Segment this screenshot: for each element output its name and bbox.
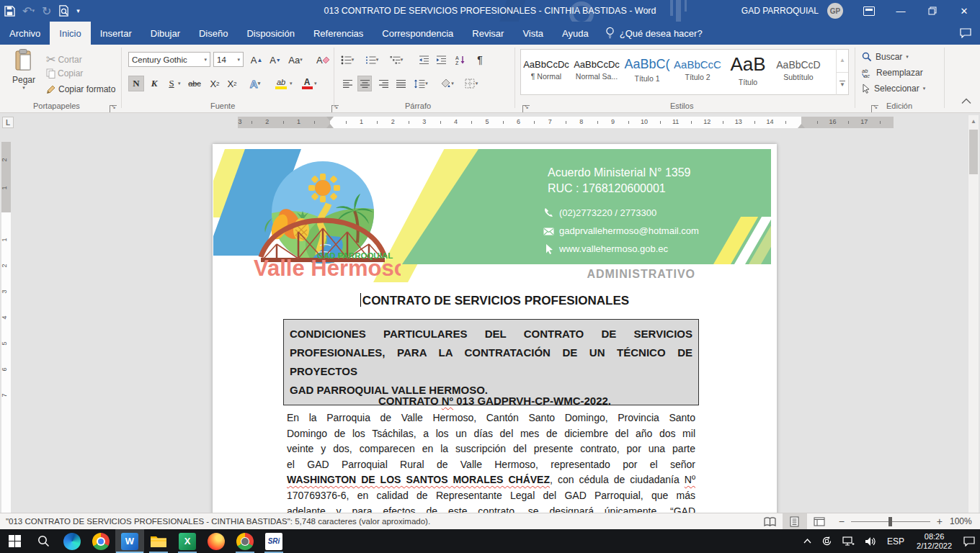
find-button[interactable]: Buscar▾ (862, 52, 909, 62)
zoom-slider[interactable]: − + (839, 516, 943, 527)
print-preview-icon[interactable] (58, 5, 69, 17)
sort-button[interactable]: AZ (454, 52, 468, 68)
justify-button[interactable] (393, 76, 408, 91)
numbering-button[interactable]: ▾ (365, 52, 379, 68)
tab-diseno[interactable]: Diseño (190, 22, 237, 45)
text-effects-button[interactable]: A▾ (248, 76, 262, 91)
account-avatar[interactable]: GP (827, 3, 843, 19)
taskbar-word-button[interactable]: W (115, 529, 144, 553)
bullets-button[interactable]: ▾ (340, 52, 355, 68)
start-button[interactable] (0, 529, 29, 553)
decrease-indent-button[interactable] (416, 52, 431, 68)
tab-archivo[interactable]: Archivo (0, 22, 50, 45)
styles-scroll-up-icon[interactable]: ▲ (837, 49, 848, 72)
strikethrough-button[interactable]: abc (187, 76, 202, 91)
style-titulo-1[interactable]: AaBbC( Título 1 (622, 50, 672, 90)
multilevel-list-button[interactable]: ▾ (389, 52, 404, 68)
clear-formatting-button[interactable]: A (316, 52, 330, 68)
style-titulo-2[interactable]: AaBbCcC Título 2 (672, 50, 723, 90)
collapse-ribbon-icon[interactable] (961, 98, 971, 104)
tab-insertar[interactable]: Insertar (91, 22, 141, 45)
underline-button[interactable]: S (164, 76, 179, 91)
superscript-button[interactable]: X2 (225, 76, 239, 91)
print-layout-icon[interactable] (783, 513, 807, 530)
paste-button[interactable]: Pegar ▾ (6, 49, 42, 91)
clock[interactable]: 08:26 2/12/2022 (910, 532, 958, 551)
tray-sync-icon[interactable] (816, 529, 837, 553)
horizontal-ruler[interactable]: 32112345678910111213141617 (238, 117, 894, 128)
style-normal[interactable]: AaBbCcDc ¶ Normal (521, 50, 571, 90)
paragraph-dialog-launcher[interactable] (522, 105, 530, 112)
line-spacing-button[interactable]: ▾ (414, 76, 428, 91)
taskbar-sri-button[interactable]: SRi (259, 529, 288, 553)
format-painter-button[interactable]: Copiar formato (46, 84, 115, 94)
font-dialog-launcher[interactable] (331, 105, 339, 112)
tab-ayuda[interactable]: Ayuda (553, 22, 598, 45)
highlight-dropdown[interactable]: ▾ (290, 81, 293, 86)
subscript-button[interactable]: X2 (208, 76, 222, 91)
save-icon[interactable] (4, 6, 15, 17)
align-right-button[interactable] (376, 76, 391, 91)
restore-button[interactable] (917, 0, 948, 22)
tab-vista[interactable]: Vista (513, 22, 553, 45)
redo-icon[interactable]: ↻ (42, 4, 51, 18)
style-normal-sa[interactable]: AaBbCcDc Normal Sa... (571, 50, 622, 90)
account-name[interactable]: GAD PARROQUIAL (741, 6, 819, 16)
highlight-button[interactable]: ab (274, 76, 288, 91)
change-case-button[interactable]: Aa▾ (288, 52, 303, 68)
tab-stop-selector[interactable]: L (2, 117, 14, 128)
network-icon[interactable] (837, 529, 860, 553)
status-message[interactable]: "013 CONTRATO DE SERVICIOS PROFESIONALES… (0, 517, 430, 526)
tray-expand-icon[interactable] (798, 529, 816, 553)
taskbar-explorer-button[interactable] (144, 529, 173, 553)
select-button[interactable]: Seleccionar▾ (862, 84, 925, 94)
scrollbar-thumb[interactable] (969, 130, 978, 174)
style-titulo[interactable]: AaB Título (723, 50, 773, 90)
scroll-up-icon[interactable]: ▲ (968, 115, 979, 127)
zoom-thumb[interactable] (888, 517, 892, 526)
first-line-indent-marker[interactable] (326, 117, 334, 121)
shrink-font-button[interactable]: A▼ (268, 52, 282, 68)
align-center-button[interactable] (357, 76, 372, 91)
web-layout-icon[interactable] (807, 513, 832, 530)
replace-button[interactable]: abac Reemplazar (862, 68, 923, 78)
styles-dialog-launcher[interactable] (871, 105, 878, 112)
borders-button[interactable]: ▾ (464, 76, 478, 91)
taskbar-search-button[interactable] (29, 529, 58, 553)
tab-inicio[interactable]: Inicio (50, 22, 90, 45)
underline-dropdown[interactable]: ▾ (178, 81, 181, 86)
cut-button[interactable]: ✂ Cortar (46, 53, 82, 66)
undo-icon[interactable]: ↶▾ (22, 4, 35, 18)
taskbar-firefox-icon[interactable] (202, 529, 231, 553)
taskbar-excel-button[interactable]: X (173, 529, 202, 553)
font-color-dropdown[interactable]: ▾ (314, 81, 317, 86)
minimize-button[interactable]: — (885, 0, 917, 22)
taskbar-edge-icon[interactable] (58, 529, 86, 553)
show-marks-button[interactable]: ¶ (473, 52, 487, 68)
document-page[interactable]: Valle Hermoso GAD PARROQUIAL Acuerdo Min… (213, 144, 777, 513)
shading-button[interactable]: ▾ (440, 76, 454, 91)
taskbar-chrome-icon[interactable] (86, 529, 115, 553)
volume-icon[interactable] (860, 529, 881, 553)
font-family-select[interactable]: Century Gothic▾ (128, 52, 210, 67)
clipboard-dialog-launcher[interactable] (110, 105, 117, 112)
indent-marker[interactable] (326, 124, 334, 128)
feedback-icon[interactable] (960, 28, 971, 38)
grow-font-button[interactable]: A▲ (249, 52, 264, 68)
tab-referencias[interactable]: Referencias (304, 22, 373, 45)
tell-me-search[interactable]: ¿Qué desea hacer? (598, 22, 710, 45)
styles-more-icon[interactable]: ▼ (837, 72, 848, 96)
language-indicator[interactable]: ESP (881, 536, 910, 547)
vertical-scrollbar[interactable]: ▲ (968, 115, 979, 513)
action-center-icon[interactable] (958, 529, 980, 553)
tab-disposicion[interactable]: Disposición (237, 22, 303, 45)
close-button[interactable]: ✕ (948, 0, 980, 22)
ribbon-display-options-icon[interactable] (853, 0, 885, 22)
increase-indent-button[interactable] (434, 52, 448, 68)
taskbar-chrome-profile-button[interactable] (231, 529, 259, 553)
font-color-button[interactable]: A (300, 76, 314, 91)
zoom-in-icon[interactable]: + (937, 516, 943, 527)
style-subtitulo[interactable]: AaBbCcD Subtítulo (773, 50, 824, 90)
customize-qat-icon[interactable]: ▾ (76, 7, 80, 14)
tab-revisar[interactable]: Revisar (463, 22, 513, 45)
